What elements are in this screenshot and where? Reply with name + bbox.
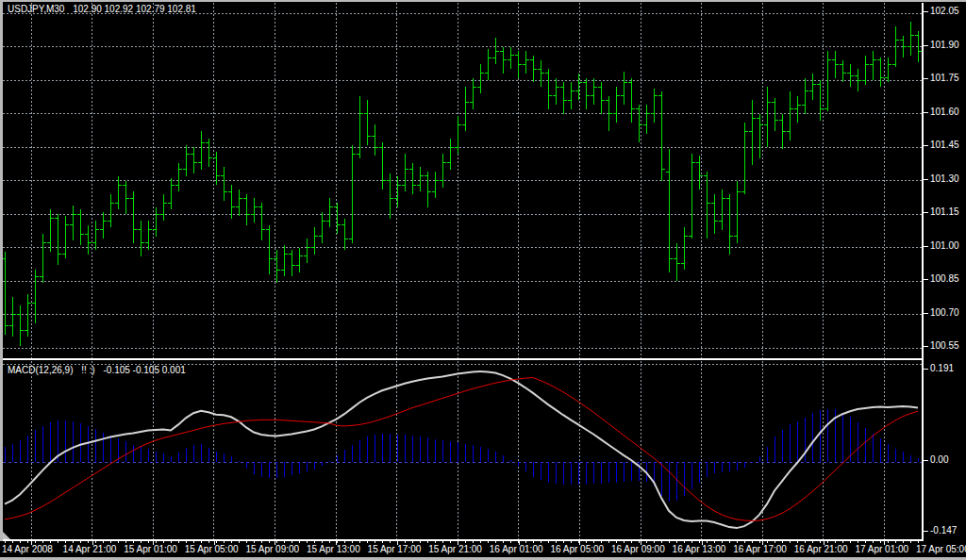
bar-tick (918, 541, 919, 543)
panel-resize-grip-icon[interactable] (3, 532, 10, 539)
time-axis[interactable]: 14 Apr 200814 Apr 21:0015 Apr 01:0015 Ap… (0, 541, 966, 557)
bar-tick (903, 541, 904, 543)
grid-tick (762, 541, 763, 545)
bar-tick (910, 541, 911, 543)
time-label: 15 Apr 13:00 (307, 544, 360, 554)
bar-tick (541, 541, 541, 543)
bar-tick (307, 541, 308, 543)
macd-value-label: 0.191 (930, 363, 954, 373)
price-label: 101.30 (930, 173, 959, 184)
bar-tick (639, 541, 640, 543)
bar-tick (246, 541, 247, 543)
bar-tick (35, 541, 36, 543)
bar-tick (20, 541, 21, 543)
bar-tick (216, 541, 217, 543)
bar-tick (556, 541, 557, 543)
price-tick (924, 179, 928, 180)
bar-tick (503, 541, 504, 543)
grid-tick (458, 541, 458, 545)
bar-tick (510, 541, 511, 543)
bar-tick (661, 541, 662, 543)
bar-tick (714, 541, 715, 543)
bar-tick (488, 541, 489, 543)
bar-tick (352, 541, 353, 543)
price-label: 101.45 (930, 140, 959, 150)
bar-tick (729, 541, 730, 543)
bar-tick (608, 541, 609, 543)
bar-tick (224, 541, 225, 543)
price-label: 100.85 (930, 273, 959, 284)
bar-tick (141, 541, 142, 543)
bar-tick (50, 541, 51, 543)
price-label: 101.00 (930, 240, 959, 251)
bar-tick (797, 541, 798, 543)
time-label: 16 Apr 13:00 (673, 544, 726, 554)
bar-tick (525, 541, 526, 543)
bar-tick (601, 541, 602, 543)
bar-tick (850, 541, 851, 543)
bar-tick (593, 541, 594, 543)
bar-tick (480, 541, 481, 543)
price-tick (924, 112, 928, 113)
bar-tick (276, 541, 277, 543)
bar-tick (820, 541, 821, 543)
price-tick (924, 212, 928, 213)
time-label: 17 Apr 01:00 (855, 544, 908, 554)
grid-tick (92, 541, 93, 545)
price-chart-panel[interactable] (3, 3, 922, 358)
bar-tick (563, 541, 564, 543)
bar-tick (163, 541, 164, 543)
bar-tick (12, 541, 13, 543)
bar-tick (699, 541, 700, 543)
bar-tick (631, 541, 632, 543)
macd-value-tick (924, 460, 928, 461)
time-label: 14 Apr 2008 (2, 544, 53, 554)
bar-tick (27, 541, 28, 543)
bar-tick (329, 541, 330, 543)
grid-tick (336, 541, 337, 545)
time-label: 16 Apr 05:00 (550, 544, 604, 554)
time-label: 16 Apr 09:00 (611, 544, 665, 554)
bar-tick (65, 541, 66, 543)
bar-tick (231, 541, 232, 543)
value-axis[interactable]: 102.05101.90101.75101.60101.45101.30101.… (922, 2, 966, 541)
bar-tick (895, 541, 896, 543)
grid-tick (824, 541, 824, 545)
time-label: 15 Apr 05:00 (185, 544, 239, 554)
macd-value-label: 0.00 (930, 454, 948, 465)
bar-tick (201, 541, 202, 543)
time-label: 15 Apr 01:00 (124, 544, 177, 554)
bar-tick (774, 541, 775, 543)
bar-tick (133, 541, 134, 543)
bar-tick (435, 541, 436, 543)
macd-values-label: -0.105 -0.105 0.001 (103, 365, 185, 375)
panel-separator[interactable] (3, 358, 966, 360)
chart-title: USDJPY,M30 102.90 102.92 102.79 102.81 (8, 4, 202, 14)
bar-tick (110, 541, 111, 543)
bar-tick (737, 541, 738, 543)
bar-tick (744, 541, 745, 543)
ohlc-values-label: 102.90 102.92 102.79 102.81 (73, 4, 196, 14)
bar-tick (759, 541, 760, 543)
bar-tick (269, 541, 270, 543)
macd-title: MACD(12,26,9) !! :) -0.105 -0.105 0.001 (8, 365, 192, 375)
chart-window: USDJPY,M30 102.90 102.92 102.79 102.81 M… (0, 0, 966, 560)
bar-tick (865, 541, 866, 543)
bar-tick (835, 541, 836, 543)
bar-tick (186, 541, 187, 543)
bar-tick (691, 541, 692, 543)
grid-tick (884, 541, 885, 545)
price-tick (924, 45, 928, 46)
price-tick (924, 279, 928, 280)
bar-tick (208, 541, 209, 543)
grid-tick (519, 541, 520, 545)
grid-tick (641, 541, 641, 545)
bar-tick (654, 541, 655, 543)
bar-tick (337, 541, 338, 543)
time-label: 17 Apr 05:00 (916, 544, 966, 554)
macd-indicator-panel[interactable] (3, 360, 922, 539)
bar-tick (118, 541, 119, 543)
bar-tick (722, 541, 723, 543)
bar-tick (684, 541, 685, 543)
bar-tick (669, 541, 670, 543)
